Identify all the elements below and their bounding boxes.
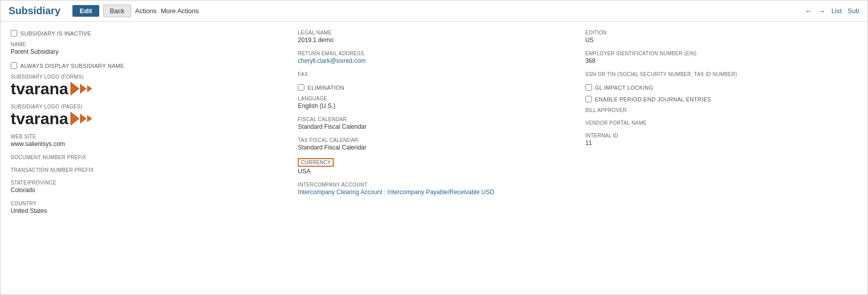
language-field: LANGUAGE English (U.S.) <box>298 96 570 109</box>
fiscal-calendar-value: Standard Fiscal Calendar <box>298 123 570 130</box>
website-value: www.salientsys.com <box>11 140 283 148</box>
logo-pages-arrows <box>70 112 92 126</box>
back-button[interactable]: Back <box>103 5 131 17</box>
tax-fiscal-field: TAX FISCAL CALENDAR Standard Fiscal Cale… <box>298 137 570 151</box>
logo-pages-text: tvarana <box>11 110 68 127</box>
name-value: Parent Subsidiary <box>11 48 283 55</box>
arrow-big-icon <box>70 82 80 96</box>
legal-name-field: LEGAL NAME 2019.1 demo <box>298 30 570 44</box>
arrow-med2-icon <box>80 114 87 124</box>
logo-forms-text: tvarana <box>11 81 68 97</box>
header-right: ← → List Sub <box>805 7 859 15</box>
right-column: EDITION US EMPLOYER IDENTIFICATION NUMBE… <box>585 30 857 222</box>
return-email-label: RETURN EMAIL ADDRESS <box>298 51 570 56</box>
language-label: LANGUAGE <box>298 96 570 101</box>
country-label: COUNTRY <box>11 201 283 206</box>
state-field: STATE/PROVINCE Colorado <box>11 180 283 194</box>
vendor-portal-field: VENDOR PORTAL NAME <box>585 120 857 126</box>
sub-link[interactable]: Sub <box>848 7 859 15</box>
state-label: STATE/PROVINCE <box>11 180 283 186</box>
edition-field: EDITION US <box>585 30 857 44</box>
intercompany-field: INTERCOMPANY ACCOUNT Intercompany Cleari… <box>298 182 570 196</box>
currency-field: CURRENCY USA <box>298 158 570 175</box>
country-value: United States <box>11 207 283 214</box>
page-wrapper: Subsidiary Edit Back Actions More Action… <box>0 0 868 295</box>
fax-field: FAX <box>298 71 570 77</box>
name-field: NAME Parent Subsidiary <box>11 42 283 55</box>
ein-field: EMPLOYER IDENTIFICATION NUMBER (EIN) 368 <box>585 51 857 64</box>
currency-label: CURRENCY <box>298 158 334 167</box>
doc-number-prefix-label: DOCUMENT NUMBER PREFIX <box>11 155 283 160</box>
actions-menu[interactable]: Actions <box>135 7 157 15</box>
nav-prev-arrow[interactable]: ← <box>805 7 812 15</box>
doc-number-prefix-field: DOCUMENT NUMBER PREFIX <box>11 155 283 160</box>
arrow-big2-icon <box>70 112 80 126</box>
page-title: Subsidiary <box>9 5 60 17</box>
fiscal-calendar-label: FISCAL CALENDAR <box>298 117 570 122</box>
middle-column: LEGAL NAME 2019.1 demo RETURN EMAIL ADDR… <box>298 30 585 222</box>
header-left: Subsidiary Edit Back Actions More Action… <box>9 5 199 17</box>
arrow-med-icon <box>80 84 87 94</box>
intercompany-value[interactable]: Intercompany Clearing Account : Intercom… <box>298 189 570 196</box>
elimination-row: ELIMINATION <box>298 84 570 91</box>
tax-fiscal-value: Standard Fiscal Calendar <box>298 144 570 151</box>
always-display-row: ALWAYS DISPLAY SUBSIDIARY NAME <box>11 62 283 69</box>
edit-button[interactable]: Edit <box>72 5 99 17</box>
enable-period-label: ENABLE PERIOD END JOURNAL ENTRIES <box>595 96 712 102</box>
ein-label: EMPLOYER IDENTIFICATION NUMBER (EIN) <box>585 51 857 56</box>
internal-id-value: 11 <box>585 139 857 146</box>
transaction-prefix-field: TRANSACTION NUMBER PREFIX <box>11 167 283 173</box>
intercompany-label: INTERCOMPANY ACCOUNT <box>298 182 570 188</box>
elimination-label: ELIMINATION <box>307 85 344 91</box>
ssn-field: SSN OR TIN (SOCIAL SECURITY NUMBER, TAX … <box>585 71 857 77</box>
gl-impact-label: GL IMPACT LOCKING <box>595 85 654 91</box>
gl-impact-row: GL IMPACT LOCKING <box>585 84 857 91</box>
country-field: COUNTRY United States <box>11 201 283 214</box>
logo-pages-field: SUBSIDIARY LOGO (PAGES) tvarana <box>11 104 283 127</box>
arrow-small-icon <box>87 85 92 92</box>
logo-forms-arrows <box>70 82 92 96</box>
internal-id-label: INTERNAL ID <box>585 133 857 138</box>
vendor-portal-label: VENDOR PORTAL NAME <box>585 120 857 126</box>
subsidiary-inactive-label: SUBSIDIARY IS INACTIVE <box>20 30 91 36</box>
tax-fiscal-label: TAX FISCAL CALENDAR <box>298 137 570 143</box>
enable-period-checkbox[interactable] <box>585 96 592 102</box>
fax-label: FAX <box>298 71 570 77</box>
state-value: Colorado <box>11 187 283 194</box>
bill-approver-label: BILL APPROVER <box>585 107 857 113</box>
transaction-prefix-label: TRANSACTION NUMBER PREFIX <box>11 167 283 173</box>
logo-forms-field: SUBSIDIARY LOGO (FORMS) tvarana <box>11 74 283 97</box>
legal-name-label: LEGAL NAME <box>298 30 570 35</box>
toolbar: Edit Back Actions More Actions <box>72 5 199 17</box>
fiscal-calendar-field: FISCAL CALENDAR Standard Fiscal Calendar <box>298 117 570 130</box>
edition-label: EDITION <box>585 30 857 35</box>
logo-forms-image: tvarana <box>11 81 283 97</box>
always-display-label: ALWAYS DISPLAY SUBSIDIARY NAME <box>20 63 124 69</box>
logo-forms-label: SUBSIDIARY LOGO (FORMS) <box>11 74 283 80</box>
enable-period-row: ENABLE PERIOD END JOURNAL ENTRIES <box>585 96 857 102</box>
bill-approver-field: BILL APPROVER <box>585 107 857 113</box>
nav-next-arrow[interactable]: → <box>818 7 825 15</box>
return-email-field: RETURN EMAIL ADDRESS cheryll.clark@sixre… <box>298 51 570 64</box>
main-content: SUBSIDIARY IS INACTIVE NAME Parent Subsi… <box>1 22 867 230</box>
subsidiary-inactive-checkbox[interactable] <box>11 30 17 36</box>
legal-name-value: 2019.1 demo <box>298 36 570 44</box>
subsidiary-inactive-row: SUBSIDIARY IS INACTIVE <box>11 30 283 36</box>
return-email-value[interactable]: cheryll.clark@sixred.com <box>298 57 570 64</box>
ssn-label: SSN OR TIN (SOCIAL SECURITY NUMBER, TAX … <box>585 71 857 77</box>
header: Subsidiary Edit Back Actions More Action… <box>1 1 867 22</box>
edition-value: US <box>585 36 857 44</box>
more-actions-menu[interactable]: More Actions <box>161 7 199 15</box>
currency-value: USA <box>298 168 570 175</box>
website-label: WEB SITE <box>11 134 283 139</box>
website-field: WEB SITE www.salientsys.com <box>11 134 283 148</box>
always-display-checkbox[interactable] <box>11 62 17 69</box>
ein-value: 368 <box>585 57 857 64</box>
elimination-checkbox[interactable] <box>298 84 304 91</box>
list-link[interactable]: List <box>832 7 842 15</box>
internal-id-field: INTERNAL ID 11 <box>585 133 857 146</box>
logo-pages-label: SUBSIDIARY LOGO (PAGES) <box>11 104 283 109</box>
gl-impact-checkbox[interactable] <box>585 84 592 91</box>
left-column: SUBSIDIARY IS INACTIVE NAME Parent Subsi… <box>11 30 298 222</box>
logo-pages-image: tvarana <box>11 110 283 127</box>
